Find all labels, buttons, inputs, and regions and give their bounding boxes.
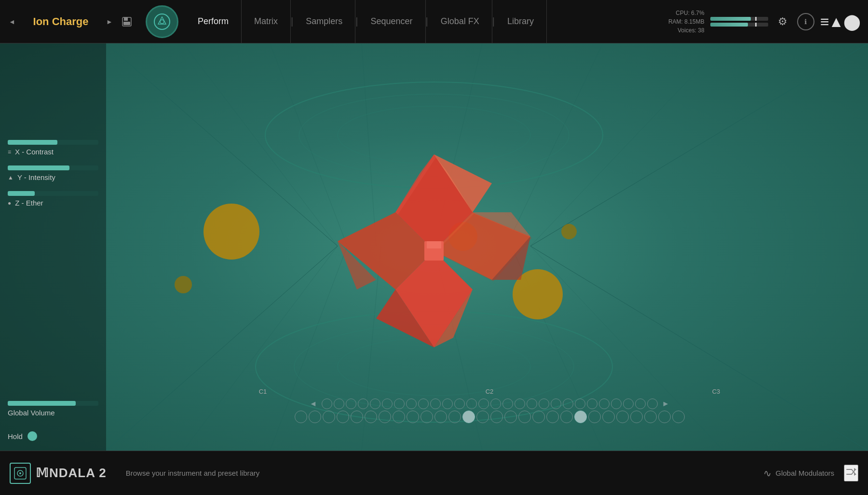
top-navigation: ◄ Ion Charge ► Perform Matrix | Samplers… (0, 0, 868, 43)
key-dot[interactable] (358, 399, 368, 409)
key-next-button[interactable]: ► (659, 397, 673, 411)
svg-line-17 (530, 43, 723, 246)
nav-left-section: ◄ Ion Charge ► (0, 14, 139, 29)
global-modulators[interactable]: ∿ Global Modulators (763, 468, 834, 479)
key-dot-bottom[interactable] (351, 411, 363, 423)
key-dot-bottom[interactable] (504, 411, 517, 423)
key-dot[interactable] (502, 399, 513, 409)
x-contrast-control: ≡ X - Contrast (8, 140, 98, 156)
key-dot[interactable] (478, 399, 489, 409)
key-dot[interactable] (346, 399, 356, 409)
cpu-info: CPU: 6.7% RAM: 8.15MB Voices: 38 (668, 9, 705, 35)
key-dot[interactable] (394, 399, 405, 409)
prev-preset-button[interactable]: ◄ (5, 14, 19, 29)
tab-sequencer[interactable]: Sequencer (358, 0, 425, 43)
svg-marker-4 (158, 17, 166, 24)
key-dot[interactable] (623, 399, 634, 409)
key-dot[interactable] (527, 399, 537, 409)
key-dot[interactable] (611, 399, 622, 409)
z-ether-icon: ● (8, 200, 11, 206)
global-volume-control: Global Volume (8, 401, 98, 417)
tab-library[interactable]: Library (495, 0, 547, 43)
key-dot-bottom[interactable] (658, 411, 671, 423)
key-dot[interactable] (370, 399, 380, 409)
key-dot-bottom[interactable] (518, 411, 531, 423)
x-contrast-label: ≡ X - Contrast (8, 148, 98, 156)
key-dot-bottom[interactable] (434, 411, 447, 423)
info-button[interactable]: ℹ (797, 13, 814, 30)
key-dot-bottom[interactable] (476, 411, 489, 423)
left-panel: ≡ X - Contrast ▲ Y - Intensity ● Z - Eth… (0, 43, 106, 451)
key-dot[interactable] (575, 399, 585, 409)
key-dot[interactable] (647, 399, 658, 409)
key-dot-bottom[interactable] (602, 411, 615, 423)
y-intensity-control: ▲ Y - Intensity (8, 165, 98, 181)
key-dot-bottom[interactable] (532, 411, 545, 423)
svg-line-12 (183, 43, 338, 246)
key-dot[interactable] (334, 399, 344, 409)
key-dot[interactable] (406, 399, 417, 409)
key-dot[interactable] (587, 399, 597, 409)
tab-samplers[interactable]: Samplers (293, 0, 355, 43)
key-dot-bottom[interactable] (420, 411, 433, 423)
key-dot-bottom[interactable] (588, 411, 601, 423)
key-dot[interactable] (490, 399, 501, 409)
key-dot-bottom[interactable] (448, 411, 461, 423)
cpu-label: CPU: 6.7% (668, 9, 705, 17)
nav-right-section: CPU: 6.7% RAM: 8.15MB Voices: 38 ⚙ ℹ ≡▲⬤ (661, 9, 868, 35)
key-dot[interactable] (454, 399, 465, 409)
key-dot-bottom[interactable] (365, 411, 377, 423)
mindala-logo: 𝕄NDALA 2 (10, 463, 107, 484)
global-volume-slider[interactable] (8, 401, 98, 406)
key-dot[interactable] (599, 399, 610, 409)
key-dot-bottom[interactable] (309, 411, 321, 423)
key-dot-bottom[interactable] (407, 411, 419, 423)
brand-text: 𝕄NDALA 2 (36, 466, 107, 481)
key-dot-bottom[interactable] (630, 411, 643, 423)
y-intensity-slider[interactable] (8, 165, 98, 170)
save-button[interactable] (120, 14, 134, 29)
key-dot[interactable] (322, 399, 332, 409)
key-label-c1: C1 (259, 388, 267, 395)
tab-global-fx[interactable]: Global FX (428, 0, 492, 43)
z-ether-slider[interactable] (8, 191, 98, 196)
y-intensity-icon: ▲ (8, 174, 14, 181)
key-dot-bottom[interactable] (546, 411, 559, 423)
key-dot-bottom[interactable] (379, 411, 391, 423)
shuffle-button[interactable] (844, 465, 858, 481)
key-dot[interactable] (635, 399, 646, 409)
key-dot-bottom[interactable] (672, 411, 685, 423)
hold-toggle[interactable] (27, 431, 37, 441)
key-dot[interactable] (563, 399, 573, 409)
settings-button[interactable]: ⚙ (774, 13, 791, 30)
key-dot-bottom[interactable] (323, 411, 335, 423)
key-dot-bottom[interactable] (560, 411, 573, 423)
brand-mark: ≡▲⬤ (820, 13, 860, 31)
key-dot[interactable] (539, 399, 549, 409)
key-prev-button[interactable]: ◄ (307, 397, 320, 411)
key-dot-bottom[interactable] (574, 411, 587, 423)
key-dot[interactable] (551, 399, 561, 409)
tab-matrix[interactable]: Matrix (242, 0, 291, 43)
key-dot-bottom[interactable] (393, 411, 405, 423)
key-dot[interactable] (515, 399, 525, 409)
key-dot[interactable] (418, 399, 429, 409)
bottom-bar: 𝕄NDALA 2 Browse your instrument and pres… (0, 451, 868, 495)
next-preset-button[interactable]: ► (102, 14, 117, 29)
key-dot-bottom[interactable] (644, 411, 657, 423)
key-label-c2: C2 (486, 388, 494, 395)
tab-perform[interactable]: Perform (185, 0, 242, 43)
key-dot-bottom[interactable] (616, 411, 629, 423)
browse-text: Browse your instrument and preset librar… (116, 469, 754, 477)
key-dot-bottom[interactable] (337, 411, 349, 423)
ram-label: RAM: 8.15MB (668, 17, 705, 26)
key-dot-bottom[interactable] (295, 411, 307, 423)
x-contrast-slider[interactable] (8, 140, 98, 145)
key-dot[interactable] (382, 399, 393, 409)
mindala-icon (10, 463, 31, 484)
key-dot[interactable] (430, 399, 441, 409)
key-dot-bottom[interactable] (490, 411, 503, 423)
key-dot[interactable] (466, 399, 477, 409)
key-dot[interactable] (442, 399, 453, 409)
key-dot-bottom[interactable] (462, 411, 475, 423)
